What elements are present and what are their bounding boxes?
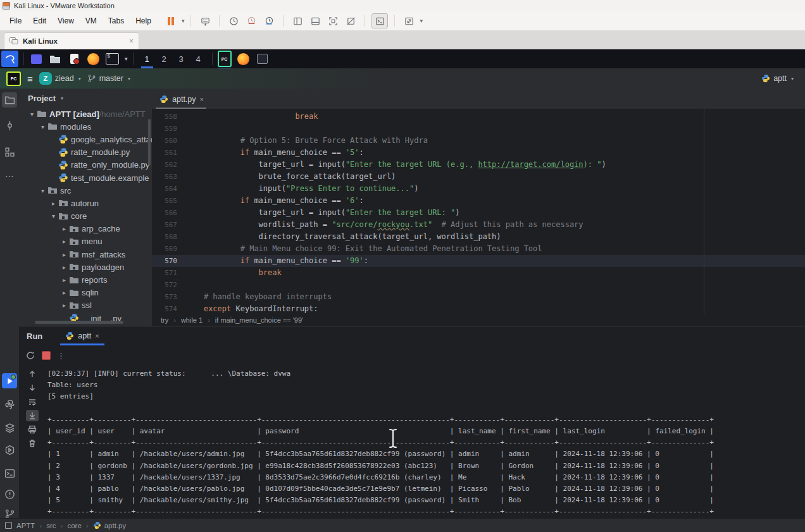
- more-options-icon[interactable]: ⋮: [57, 351, 66, 361]
- line-number[interactable]: 560: [152, 135, 185, 147]
- line-number[interactable]: 561: [152, 147, 185, 159]
- tree-item-ratte-module-py[interactable]: ratte_module.py: [19, 146, 152, 159]
- console-view-button[interactable]: [371, 13, 388, 28]
- line-number[interactable]: 563: [152, 171, 185, 183]
- manage-snapshots-button[interactable]: [261, 14, 277, 28]
- menu-view[interactable]: View: [52, 14, 80, 28]
- scroll-down-icon[interactable]: [26, 382, 39, 393]
- show-desktop-button[interactable]: [29, 52, 43, 66]
- run-tool-button[interactable]: [2, 373, 17, 388]
- structure-tool-button[interactable]: [2, 144, 17, 159]
- tree-item-msf-attacks[interactable]: ▸msf_attacks: [19, 248, 152, 261]
- line-number[interactable]: 565: [152, 195, 185, 207]
- status-crumb-src[interactable]: src: [46, 522, 56, 529]
- vm-tab-kali-linux[interactable]: Kali Linux ×: [4, 32, 139, 49]
- soft-wrap-icon[interactable]: [26, 396, 39, 407]
- text-editor-button[interactable]: [67, 52, 81, 66]
- fullscreen-button[interactable]: [325, 14, 340, 28]
- rerun-button[interactable]: [25, 350, 35, 361]
- menu-file[interactable]: File: [4, 14, 27, 28]
- tree-item-modules[interactable]: ▾modules: [19, 120, 152, 133]
- line-number[interactable]: 559: [152, 123, 185, 135]
- kali-menu-button[interactable]: [1, 51, 18, 67]
- status-crumb-aptt[interactable]: APTT: [16, 522, 35, 529]
- tree-item-reports[interactable]: ▸reports: [19, 273, 152, 286]
- firefox-taskbar-button[interactable]: [237, 52, 251, 66]
- send-ctrl-alt-del-button[interactable]: [197, 14, 213, 28]
- clear-all-icon[interactable]: [26, 438, 39, 449]
- tree-item-ratte-only-module-py[interactable]: ratte_only_module.py: [19, 159, 152, 171]
- close-icon[interactable]: ×: [95, 332, 99, 340]
- project-tool-button[interactable]: [2, 92, 17, 108]
- tree-item-core[interactable]: ▾core: [19, 210, 152, 223]
- project-widget[interactable]: Z ziead ▾: [39, 72, 81, 85]
- file-manager-button[interactable]: [48, 52, 62, 66]
- tree-item-aptt-ziead-[interactable]: ▾APTT [ziead] /home/APTT: [19, 108, 152, 120]
- fit-guest-dropdown-caret[interactable]: ▾: [420, 18, 423, 24]
- menu-help[interactable]: Help: [130, 14, 157, 28]
- workspace-button-3[interactable]: 3: [173, 49, 190, 68]
- take-snapshot-button[interactable]: [226, 14, 241, 28]
- revert-snapshot-button[interactable]: [244, 14, 259, 28]
- status-crumb-core[interactable]: core: [67, 522, 81, 529]
- menu-vm[interactable]: VM: [80, 14, 103, 28]
- line-number[interactable]: 572: [152, 279, 185, 291]
- workspace-button-1[interactable]: 1: [139, 49, 156, 68]
- app-window-button[interactable]: [256, 52, 270, 66]
- console-output[interactable]: [02:39:37] [INFO] current status: ... \D…: [47, 368, 805, 519]
- project-horizontal-scrollbar[interactable]: [35, 321, 123, 324]
- problems-tool-button[interactable]: [2, 486, 17, 502]
- stop-button[interactable]: [42, 351, 51, 360]
- line-number[interactable]: 558: [152, 111, 185, 123]
- services-tool-button[interactable]: [2, 420, 17, 435]
- pause-dropdown-caret[interactable]: ▾: [182, 18, 185, 24]
- pycharm-taskbar-button[interactable]: PC: [218, 52, 232, 66]
- breadcrumb-item[interactable]: try: [161, 316, 168, 324]
- line-number[interactable]: 568: [152, 231, 185, 243]
- terminal-tool-button[interactable]: [2, 466, 17, 481]
- menu-edit[interactable]: Edit: [27, 14, 52, 28]
- status-file[interactable]: aptt.py: [93, 521, 127, 529]
- vcs-widget[interactable]: master ▾: [87, 74, 130, 83]
- line-number[interactable]: 574: [152, 303, 185, 314]
- tree-item-src[interactable]: ▾src: [19, 184, 152, 197]
- python-packages-tool-button[interactable]: [2, 397, 17, 412]
- terminal-button[interactable]: [105, 52, 119, 66]
- tree-item-ssl[interactable]: ▸ssl: [19, 299, 152, 312]
- breadcrumb-item[interactable]: while 1: [181, 316, 203, 324]
- pause-vm-button[interactable]: [163, 14, 178, 28]
- terminal-dropdown-caret[interactable]: ▾: [125, 56, 128, 62]
- tree-item-google-analytics-attack-[interactable]: google_analytics_attack.: [19, 133, 152, 145]
- python-console-tool-button[interactable]: [2, 442, 17, 457]
- line-number[interactable]: 564: [152, 183, 185, 195]
- line-number[interactable]: 573: [152, 291, 185, 303]
- line-number[interactable]: 569: [152, 243, 185, 255]
- line-number[interactable]: 562: [152, 159, 185, 171]
- commit-tool-button[interactable]: [2, 118, 17, 133]
- workspace-button-2[interactable]: 2: [156, 49, 173, 68]
- workspace-button-4[interactable]: 4: [190, 49, 207, 68]
- show-library-button[interactable]: [290, 14, 305, 28]
- tree-item-menu[interactable]: ▸menu: [19, 235, 152, 248]
- tree-item-test-module-example[interactable]: test_module.example: [19, 171, 152, 184]
- close-icon[interactable]: ×: [200, 96, 204, 103]
- project-header[interactable]: Project ▾: [19, 89, 152, 108]
- tree-item-payloadgen[interactable]: ▸payloadgen: [19, 261, 152, 273]
- code-editor[interactable]: 558 break559560 # Option 5: Brute Force …: [152, 109, 805, 314]
- unity-mode-button[interactable]: [343, 14, 358, 28]
- editor-tab-aptt-py[interactable]: aptt.py ×: [152, 89, 210, 109]
- print-icon[interactable]: [26, 424, 39, 435]
- vm-tab-close-icon[interactable]: ×: [129, 37, 134, 45]
- run-configuration-widget[interactable]: aptt ▾: [761, 74, 799, 83]
- scroll-up-icon[interactable]: [26, 368, 39, 380]
- show-thumbnail-bar-button[interactable]: [308, 14, 323, 28]
- fit-guest-button[interactable]: [401, 14, 416, 28]
- scroll-to-end-icon[interactable]: [26, 410, 39, 421]
- breadcrumb-item[interactable]: if main_menu_choice == '99': [215, 316, 303, 324]
- line-number[interactable]: 571: [152, 267, 185, 279]
- project-vertical-scrollbar[interactable]: [148, 119, 151, 166]
- main-menu-icon[interactable]: ≡: [27, 73, 33, 84]
- tree-item-autorun[interactable]: ▸autorun: [19, 197, 152, 209]
- tree-item-sqlin[interactable]: ▸sqlin: [19, 287, 152, 299]
- menu-tabs[interactable]: Tabs: [103, 14, 130, 28]
